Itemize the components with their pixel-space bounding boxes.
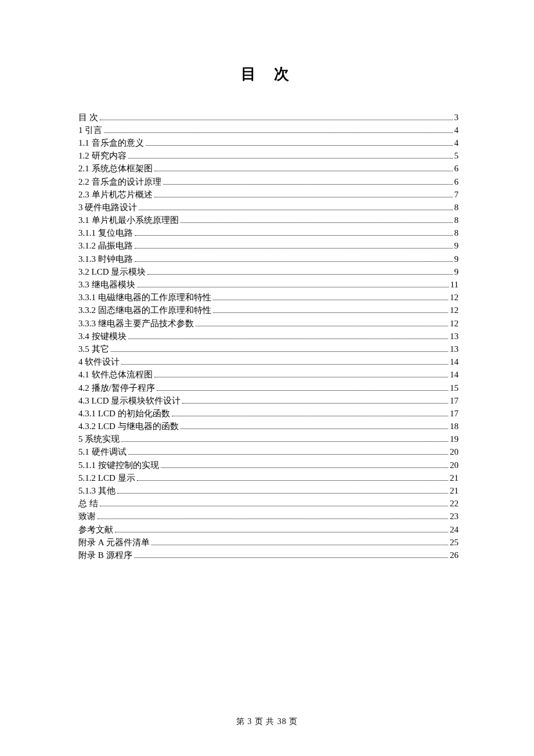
toc-row: 参考文献24: [78, 523, 459, 536]
toc-entry-label: 2.2 音乐盒的设计原理: [78, 178, 161, 186]
toc-row: 4 软件设计14: [78, 356, 459, 369]
toc-leader-dots: [135, 242, 453, 249]
toc-entry-label: 4 软件设计: [78, 358, 120, 366]
toc-entry-page: 11: [450, 280, 459, 289]
toc-entry-page: 8: [454, 203, 459, 212]
toc-entry-label: 3.1.2 晶振电路: [78, 242, 133, 250]
toc-entry-page: 25: [450, 538, 459, 547]
toc-row: 5.1.2 LCD 显示21: [78, 471, 459, 484]
toc-entry-label: 5 系统实现: [78, 435, 120, 444]
toc-row: 1.1 音乐盒的意义4: [78, 136, 459, 149]
toc-leader-dots: [128, 152, 453, 159]
toc-entry-page: 13: [450, 345, 459, 354]
toc-entry-page: 8: [454, 229, 459, 237]
toc-row: 3.3.3 继电器主要产品技术参数12: [78, 317, 459, 330]
toc-leader-dots: [181, 423, 449, 430]
toc-leader-dots: [163, 178, 453, 185]
toc-entry-label: 目 次: [78, 113, 98, 122]
toc-entry-label: 4.2 播放/暂停子程序: [78, 384, 155, 393]
toc-leader-dots: [115, 525, 448, 532]
toc-entry-page: 4: [454, 139, 459, 147]
toc-leader-dots: [111, 345, 449, 352]
toc-entry-page: 26: [450, 551, 459, 560]
toc-entry-label: 4.3.2 LCD 与继电器的函数: [78, 422, 179, 431]
toc-row: 4.2 播放/暂停子程序15: [78, 381, 459, 394]
toc-entry-label: 1.1 音乐盒的意义: [78, 139, 144, 147]
toc-row: 2.2 音乐盒的设计原理6: [78, 175, 459, 188]
toc-entry-label: 4.1 软件总体流程图: [78, 370, 153, 379]
toc-entry-page: 20: [450, 448, 459, 456]
toc-entry-label: 参考文献: [78, 525, 113, 534]
toc-entry-page: 9: [454, 268, 459, 276]
toc-leader-dots: [154, 165, 453, 172]
toc-row: 3.1 单片机最小系统原理图8: [78, 214, 459, 227]
toc-entry-page: 9: [454, 255, 459, 264]
toc-entry-page: 17: [450, 397, 459, 405]
table-of-contents: 目 次31 引言41.1 音乐盒的意义41.2 研究内容52.1 系统总体框架图…: [78, 111, 459, 562]
toc-leader-dots: [157, 384, 448, 391]
toc-entry-page: 22: [450, 499, 459, 508]
toc-entry-label: 3.5 其它: [78, 345, 109, 354]
toc-leader-dots: [100, 500, 448, 507]
toc-entry-label: 3.1 单片机最小系统原理图: [78, 216, 179, 225]
toc-leader-dots: [146, 139, 453, 146]
toc-entry-label: 3.3.1 电磁继电器的工作原理和特性: [78, 293, 211, 302]
toc-row: 3.4 按键模块13: [78, 330, 459, 343]
document-page: 目 次 目 次31 引言41.1 音乐盒的意义41.2 研究内容52.1 系统总…: [0, 0, 534, 756]
toc-entry-label: 附录 A 元器件清单: [78, 538, 150, 547]
toc-row: 3.2 LCD 显示模块9: [78, 265, 459, 278]
toc-entry-page: 24: [450, 525, 459, 534]
toc-row: 3.1.3 时钟电路9: [78, 253, 459, 265]
toc-leader-dots: [121, 435, 448, 442]
toc-entry-label: 5.1 硬件调试: [78, 448, 127, 456]
toc-entry-label: 附录 B 源程序: [78, 551, 132, 560]
toc-entry-page: 12: [450, 306, 459, 315]
toc-entry-label: 1 引言: [78, 126, 102, 135]
toc-entry-label: 3.3.2 固态继电器的工作原理和特性: [78, 306, 211, 315]
toc-entry-page: 23: [450, 512, 459, 521]
toc-row: 4.1 软件总体流程图14: [78, 369, 459, 381]
toc-leader-dots: [98, 513, 448, 520]
toc-leader-dots: [161, 461, 448, 468]
toc-leader-dots: [137, 281, 449, 288]
toc-row: 3.5 其它13: [78, 343, 459, 355]
toc-leader-dots: [135, 255, 453, 262]
toc-entry-label: 3 硬件电路设计: [78, 203, 137, 212]
toc-entry-label: 3.2 LCD 显示模块: [78, 268, 146, 276]
toc-title: 目 次: [78, 64, 459, 84]
toc-leader-dots: [137, 474, 449, 481]
toc-row: 3.3.1 电磁继电器的工作原理和特性12: [78, 291, 459, 304]
toc-leader-dots: [117, 487, 448, 494]
toc-entry-page: 3: [454, 113, 459, 122]
toc-row: 3.1.1 复位电路8: [78, 227, 459, 240]
toc-entry-label: 4.3 LCD 显示模块软件设计: [78, 397, 181, 405]
toc-leader-dots: [128, 448, 449, 455]
toc-entry-page: 20: [450, 461, 459, 470]
toc-entry-page: 8: [454, 216, 459, 225]
toc-entry-label: 3.3.3 继电器主要产品技术参数: [78, 319, 194, 328]
toc-row: 4.3.2 LCD 与继电器的函数18: [78, 420, 459, 433]
toc-entry-page: 7: [454, 190, 459, 199]
toc-row: 2.3 单片机芯片概述7: [78, 188, 459, 201]
toc-leader-dots: [154, 190, 453, 197]
toc-leader-dots: [182, 397, 448, 404]
toc-entry-page: 14: [450, 370, 459, 379]
toc-entry-page: 14: [450, 358, 459, 366]
toc-row: 致谢23: [78, 510, 459, 523]
toc-entry-page: 12: [450, 319, 459, 328]
toc-entry-page: 9: [454, 242, 459, 250]
toc-row: 5.1 硬件调试20: [78, 446, 459, 459]
toc-entry-page: 6: [454, 178, 459, 186]
toc-entry-label: 3.3 继电器模块: [78, 280, 135, 289]
toc-row: 4.3.1 LCD 的初始化函数17: [78, 407, 459, 420]
toc-leader-dots: [104, 126, 452, 133]
toc-row: 3.3 继电器模块11: [78, 278, 459, 291]
toc-leader-dots: [196, 319, 448, 326]
toc-entry-page: 21: [450, 487, 459, 495]
toc-row: 附录 B 源程序26: [78, 549, 459, 561]
toc-row: 5.1.1 按键控制的实现20: [78, 459, 459, 471]
toc-row: 4.3 LCD 显示模块软件设计17: [78, 394, 459, 407]
toc-entry-page: 6: [454, 164, 459, 173]
toc-row: 1 引言4: [78, 124, 459, 136]
toc-leader-dots: [154, 371, 449, 378]
